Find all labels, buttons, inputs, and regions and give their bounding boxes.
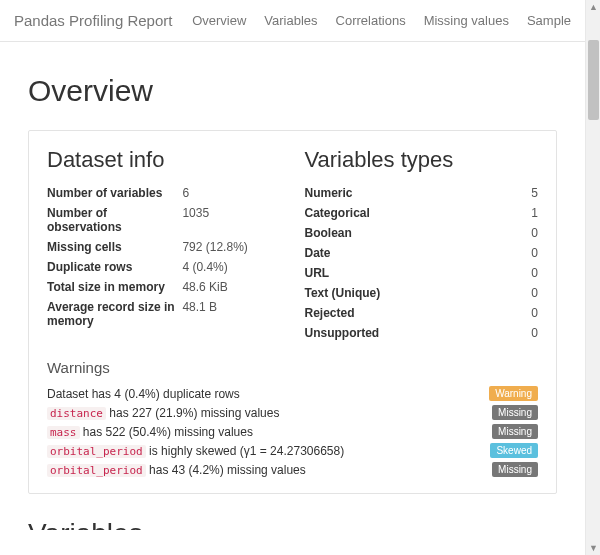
table-row: Average record size in memory48.1 B [47,297,281,331]
type-count: 0 [440,303,538,323]
dataset-info-heading: Dataset info [47,147,281,173]
table-row: Text (Unique)0 [305,283,539,303]
overview-panel: Dataset info Number of variables6Number … [28,130,557,494]
warning-item: orbital_period has 43 (4.2%) missing val… [47,460,538,479]
warning-message: distance has 227 (21.9%) missing values [47,406,492,420]
table-row: Rejected0 [305,303,539,323]
table-row: Categorical1 [305,203,539,223]
stat-label: Total size in memory [47,277,182,297]
type-count: 0 [440,263,538,283]
vertical-scrollbar[interactable]: ▲ ▼ [585,0,600,555]
table-row: Number of variables6 [47,183,281,203]
type-label: Categorical [305,203,440,223]
dataset-info-section: Dataset info Number of variables6Number … [47,147,281,343]
stat-label: Number of observations [47,203,182,237]
stat-label: Missing cells [47,237,182,257]
table-row: Total size in memory48.6 KiB [47,277,281,297]
top-navbar: Pandas Profiling Report Overview Variabl… [0,0,585,42]
warning-item: mass has 522 (50.4%) missing valuesMissi… [47,422,538,441]
variable-code: mass [47,426,80,439]
scroll-down-icon[interactable]: ▼ [588,541,599,555]
type-label: Unsupported [305,323,440,343]
type-count: 0 [440,243,538,263]
table-row: Boolean0 [305,223,539,243]
warnings-heading: Warnings [47,359,538,376]
type-label: Date [305,243,440,263]
stat-label: Duplicate rows [47,257,182,277]
warning-item: distance has 227 (21.9%) missing valuesM… [47,403,538,422]
nav-link-correlations[interactable]: Correlations [336,13,406,28]
scroll-up-icon[interactable]: ▲ [588,0,599,14]
warnings-list: Dataset has 4 (0.4%) duplicate rowsWarni… [47,384,538,479]
variable-code: distance [47,407,106,420]
variable-types-section: Variables types Numeric5Categorical1Bool… [305,147,539,343]
variable-code: orbital_period [47,464,146,477]
nav-link-sample[interactable]: Sample [527,13,571,28]
stat-value: 48.1 B [182,297,280,331]
warning-badge: Missing [492,405,538,420]
type-label: Rejected [305,303,440,323]
type-count: 1 [440,203,538,223]
warning-badge: Missing [492,424,538,439]
warning-message: Dataset has 4 (0.4%) duplicate rows [47,387,489,401]
next-section-peek: Variables [28,518,557,530]
stat-label: Average record size in memory [47,297,182,331]
type-label: Boolean [305,223,440,243]
table-row: Number of observations1035 [47,203,281,237]
warning-item: Dataset has 4 (0.4%) duplicate rowsWarni… [47,384,538,403]
warning-message: mass has 522 (50.4%) missing values [47,425,492,439]
stat-value: 48.6 KiB [182,277,280,297]
warning-message: orbital_period is highly skewed (γ1 = 24… [47,444,490,458]
table-row: Date0 [305,243,539,263]
nav-link-overview[interactable]: Overview [192,13,246,28]
warning-item: orbital_period is highly skewed (γ1 = 24… [47,441,538,460]
brand-title: Pandas Profiling Report [14,12,172,29]
type-count: 0 [440,283,538,303]
type-label: Text (Unique) [305,283,440,303]
nav-link-missing[interactable]: Missing values [424,13,509,28]
table-row: URL0 [305,263,539,283]
type-count: 5 [440,183,538,203]
table-row: Missing cells792 (12.8%) [47,237,281,257]
stat-value: 6 [182,183,280,203]
warning-badge: Warning [489,386,538,401]
nav-link-variables[interactable]: Variables [264,13,317,28]
type-label: URL [305,263,440,283]
warning-badge: Skewed [490,443,538,458]
table-row: Unsupported0 [305,323,539,343]
page-title: Overview [28,74,557,108]
table-row: Duplicate rows4 (0.4%) [47,257,281,277]
stat-value: 4 (0.4%) [182,257,280,277]
table-row: Numeric5 [305,183,539,203]
variable-types-heading: Variables types [305,147,539,173]
stat-value: 1035 [182,203,280,237]
stat-value: 792 (12.8%) [182,237,280,257]
variable-code: orbital_period [47,445,146,458]
type-count: 0 [440,323,538,343]
warning-message: orbital_period has 43 (4.2%) missing val… [47,463,492,477]
variable-types-table: Numeric5Categorical1Boolean0Date0URL0Tex… [305,183,539,343]
type-label: Numeric [305,183,440,203]
warning-badge: Missing [492,462,538,477]
dataset-info-table: Number of variables6Number of observatio… [47,183,281,331]
scrollbar-thumb[interactable] [588,40,599,120]
stat-label: Number of variables [47,183,182,203]
type-count: 0 [440,223,538,243]
